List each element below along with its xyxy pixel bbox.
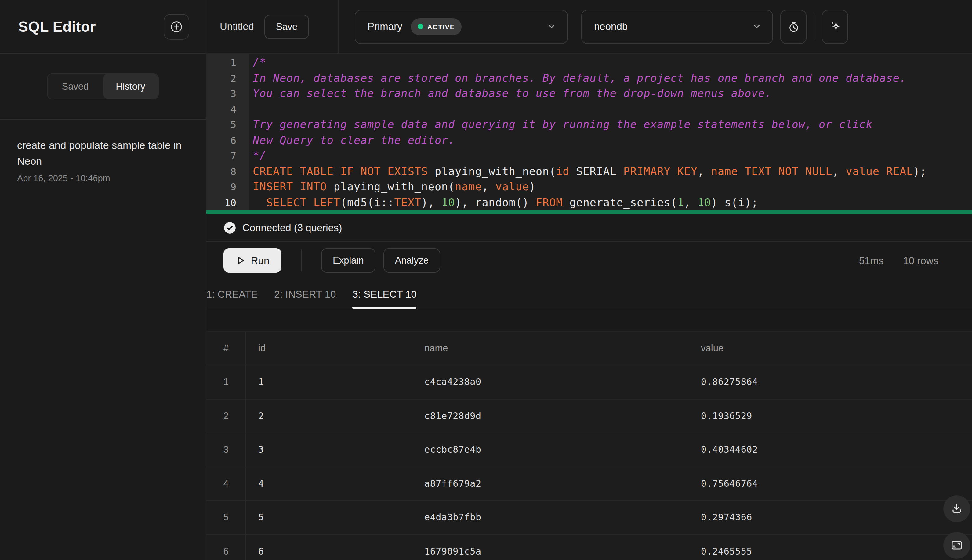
expand-icon bbox=[950, 538, 964, 552]
sql-editor-app: SQL Editor Saved History create and popu… bbox=[0, 0, 972, 560]
code-text: New Query to clear the editor. bbox=[249, 133, 455, 148]
table-row[interactable]: 44a87ff679a20.75646764 bbox=[206, 467, 972, 501]
table-cell: 2 bbox=[246, 410, 412, 422]
code-text: CREATE TABLE IF NOT EXISTS playing_with_… bbox=[249, 164, 927, 179]
run-button[interactable]: Run bbox=[223, 248, 281, 273]
table-cell: 0.40344602 bbox=[689, 444, 972, 455]
history-item-date: Apr 16, 2025 - 10:46pm bbox=[17, 173, 185, 183]
line-number: 9 bbox=[206, 179, 249, 195]
code-line: 10 SELECT LEFT(md5(i::TEXT), 10), random… bbox=[206, 195, 972, 210]
code-line: 7*/ bbox=[206, 148, 972, 164]
table-row[interactable]: 33eccbc87e4b0.40344602 bbox=[206, 433, 972, 467]
code-text: In Neon, databases are stored on branche… bbox=[249, 70, 906, 86]
branch-select[interactable]: Primary ACTIVE bbox=[355, 10, 568, 43]
line-number: 4 bbox=[206, 102, 249, 117]
connection-status-label: Connected (3 queries) bbox=[243, 222, 342, 233]
branch-name: Primary bbox=[368, 21, 402, 32]
ai-assist-button[interactable] bbox=[822, 10, 848, 43]
line-number: 3 bbox=[206, 86, 249, 102]
stopwatch-icon bbox=[787, 20, 800, 33]
table-cell: eccbc87e4b bbox=[412, 444, 689, 455]
table-row[interactable]: 661679091c5a0.2465555 bbox=[206, 535, 972, 560]
saved-history-toggle: Saved History bbox=[47, 73, 159, 100]
code-editor[interactable]: 1/*2In Neon, databases are stored on bra… bbox=[206, 54, 972, 214]
table-row[interactable]: 55e4da3b7fbb0.2974366 bbox=[206, 501, 972, 535]
row-number-cell: 1 bbox=[206, 365, 246, 398]
line-number: 6 bbox=[206, 133, 249, 148]
table-cell: 0.2974366 bbox=[689, 512, 972, 523]
table-cell: c81e728d9d bbox=[412, 410, 689, 422]
save-button[interactable]: Save bbox=[264, 14, 309, 39]
code-line: 1/* bbox=[206, 55, 972, 70]
database-select[interactable]: neondb bbox=[581, 10, 773, 43]
history-list: create and populate sample table in Neon… bbox=[0, 120, 206, 183]
query-history-button[interactable] bbox=[780, 10, 806, 43]
code-lines: 1/*2In Neon, databases are stored on bra… bbox=[206, 55, 972, 210]
run-label: Run bbox=[251, 255, 269, 266]
results-floating-actions bbox=[943, 495, 970, 559]
branch-status-label: ACTIVE bbox=[427, 23, 455, 30]
connection-status: Connected (3 queries) bbox=[206, 214, 972, 242]
table-cell: 0.2465555 bbox=[689, 546, 972, 557]
code-line: 2In Neon, databases are stored on branch… bbox=[206, 70, 972, 86]
column-header: name bbox=[412, 343, 689, 354]
result-tabs: 1: CREATE2: INSERT 103: SELECT 10 bbox=[206, 279, 972, 309]
page-title: SQL Editor bbox=[18, 18, 96, 35]
table-row[interactable]: 22c81e728d9d0.1936529 bbox=[206, 399, 972, 433]
chevron-down-icon bbox=[547, 22, 556, 31]
branch-status-badge: ACTIVE bbox=[411, 18, 462, 35]
line-number: 5 bbox=[206, 117, 249, 133]
row-number-cell: 6 bbox=[206, 535, 246, 560]
check-circle-icon bbox=[223, 221, 236, 234]
download-results-button[interactable] bbox=[943, 495, 970, 522]
tab-saved[interactable]: Saved bbox=[48, 74, 103, 99]
result-tab[interactable]: 3: SELECT 10 bbox=[353, 279, 417, 309]
expand-results-button[interactable] bbox=[943, 532, 970, 559]
table-cell: 3 bbox=[246, 444, 412, 455]
sidebar: SQL Editor Saved History create and popu… bbox=[0, 0, 206, 560]
analyze-button[interactable]: Analyze bbox=[383, 248, 440, 273]
context-selects: Primary ACTIVE neondb bbox=[339, 0, 972, 53]
code-line: 8CREATE TABLE IF NOT EXISTS playing_with… bbox=[206, 164, 972, 179]
row-number-cell: 5 bbox=[206, 501, 246, 534]
row-number-cell: 3 bbox=[206, 433, 246, 467]
result-tab[interactable]: 1: CREATE bbox=[206, 279, 258, 309]
line-number: 2 bbox=[206, 70, 249, 86]
toolbar-divider bbox=[814, 13, 815, 40]
code-text: You can select the branch and database t… bbox=[249, 86, 772, 102]
results-gap bbox=[206, 309, 972, 331]
new-query-button[interactable] bbox=[164, 14, 189, 39]
editor-toolbar: Untitled Save Primary ACTIVE neondb bbox=[206, 0, 972, 54]
row-count: 10 rows bbox=[903, 255, 939, 266]
explain-button[interactable]: Explain bbox=[321, 248, 375, 273]
code-text: Try generating sample data and querying … bbox=[249, 117, 873, 133]
query-highlight-bar bbox=[206, 210, 972, 214]
code-line: 6New Query to clear the editor. bbox=[206, 133, 972, 148]
tab-history[interactable]: History bbox=[103, 74, 158, 99]
row-number-cell: 2 bbox=[206, 399, 246, 433]
table-cell: c4ca4238a0 bbox=[412, 377, 689, 388]
table-header-row: #idnamevalue bbox=[206, 332, 972, 365]
code-line: 4 bbox=[206, 102, 972, 117]
table-cell: 4 bbox=[246, 478, 412, 489]
table-cell: 1 bbox=[246, 377, 412, 388]
column-header: value bbox=[689, 343, 972, 354]
results-table: #idnamevalue11c4ca4238a00.8627586422c81e… bbox=[206, 331, 972, 560]
play-icon bbox=[236, 256, 246, 265]
column-header: # bbox=[206, 332, 246, 365]
code-line: 9INSERT INTO playing_with_neon(name, val… bbox=[206, 179, 972, 195]
line-number: 1 bbox=[206, 55, 249, 70]
history-item[interactable]: create and populate sample table in Neon… bbox=[17, 138, 185, 183]
table-cell: 0.75646764 bbox=[689, 478, 972, 489]
code-text: /* bbox=[249, 55, 266, 70]
sparkle-icon bbox=[828, 19, 842, 34]
code-text: INSERT INTO playing_with_neon(name, valu… bbox=[249, 179, 536, 195]
line-number: 8 bbox=[206, 164, 249, 179]
database-name: neondb bbox=[594, 21, 627, 32]
sidebar-tab-bar: Saved History bbox=[0, 54, 206, 120]
table-row[interactable]: 11c4ca4238a00.86275864 bbox=[206, 365, 972, 399]
code-line: 3You can select the branch and database … bbox=[206, 86, 972, 102]
active-dot-icon bbox=[418, 24, 423, 29]
query-name-section: Untitled Save bbox=[206, 0, 339, 53]
result-tab[interactable]: 2: INSERT 10 bbox=[274, 279, 336, 309]
